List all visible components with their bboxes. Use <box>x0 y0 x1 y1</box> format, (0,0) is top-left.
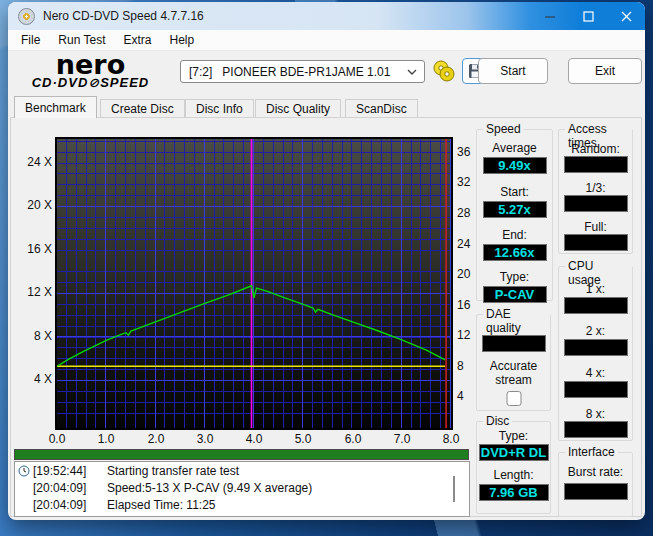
dae-quality-value <box>482 335 546 352</box>
y-axis-right-tick: 24 <box>457 237 481 251</box>
window-title: Nero CD-DVD Speed 4.7.7.16 <box>43 9 204 23</box>
burst-rate-value <box>564 483 628 500</box>
cpu-1x-value <box>564 297 628 314</box>
y-axis-right-tick: 36 <box>457 145 481 159</box>
tab-create-disc[interactable]: Create Disc <box>100 99 185 118</box>
log-scrollbar[interactable] <box>453 476 455 502</box>
chevron-down-icon <box>407 69 417 76</box>
cpu-usage-panel: CPU usage 1 x: 2 x: 4 x: 8 x: <box>558 266 633 441</box>
group-title: Speed <box>483 122 524 136</box>
type-label: Type: <box>477 270 552 284</box>
one-third-label: 1/3: <box>559 181 632 195</box>
x-axis-tick: 8.0 <box>437 432 465 446</box>
group-title: Interface <box>565 445 618 459</box>
tab-benchmark[interactable]: Benchmark <box>14 96 97 118</box>
log-row: [20:04:09] Elapsed Time: 11:25 <box>15 497 469 513</box>
full-label: Full: <box>559 220 632 234</box>
cpu-4x-value <box>564 381 628 398</box>
cpu-2x-label: 2 x: <box>559 324 632 338</box>
log-text: Elapsed Time: 11:25 <box>107 498 216 512</box>
log-list: [19:52:44] Starting transfer rate test [… <box>14 461 470 517</box>
app-window: Nero CD-DVD Speed 4.7.7.16 File Run Test… <box>8 2 645 520</box>
end-label: End: <box>477 228 552 242</box>
x-axis-tick: 1.0 <box>92 432 120 446</box>
clock-icon <box>18 465 31 477</box>
disc-info-button[interactable] <box>430 58 458 84</box>
menu-file[interactable]: File <box>12 31 49 49</box>
y-axis-left-tick: 24 X <box>18 155 52 169</box>
close-button[interactable] <box>607 2 645 30</box>
x-axis-tick: 0.0 <box>43 432 71 446</box>
x-axis-tick: 4.0 <box>240 432 268 446</box>
full-value <box>564 234 628 251</box>
nero-logo: nero CD·DVD⊘SPEED <box>18 54 163 90</box>
y-axis-right-tick: 32 <box>457 175 481 189</box>
tab-disc-info[interactable]: Disc Info <box>185 99 254 118</box>
menu-bar: File Run Test Extra Help <box>8 30 645 51</box>
access-times-panel: Access times Random: 1/3: Full: <box>558 129 633 254</box>
disc-type-label: Type: <box>477 429 550 443</box>
drive-select-value: [7:2] PIONEER BDE-PR1JAME 1.01 <box>189 65 390 79</box>
accurate-stream-label2: stream <box>477 373 550 387</box>
minimize-button[interactable] <box>531 2 569 30</box>
app-icon <box>18 8 35 25</box>
y-axis-left-tick: 4 X <box>18 372 52 386</box>
y-axis-left-tick: 16 X <box>18 242 52 256</box>
logo-disc-glyph: ⊘ <box>88 75 100 90</box>
transfer-rate-chart <box>55 137 453 430</box>
group-title: Disc <box>483 414 512 428</box>
drive-select[interactable]: [7:2] PIONEER BDE-PR1JAME 1.01 <box>180 60 425 83</box>
log-time: [20:04:09] <box>33 481 95 495</box>
tab-disc-quality[interactable]: Disc Quality <box>255 99 341 118</box>
menu-help[interactable]: Help <box>161 31 204 49</box>
disc-length-label: Length: <box>477 468 550 482</box>
start-label: Start: <box>477 185 552 199</box>
log-row: [19:52:44] Starting transfer rate test <box>15 463 469 479</box>
log-text: Starting transfer rate test <box>107 464 239 478</box>
burst-rate-label: Burst rate: <box>559 465 632 479</box>
y-axis-right-tick: 16 <box>457 298 481 312</box>
menu-run-test[interactable]: Run Test <box>49 31 114 49</box>
group-title: DAE quality <box>483 307 550 335</box>
type-value: P-CAV <box>483 286 547 303</box>
exit-button[interactable]: Exit <box>568 58 642 84</box>
x-axis-tick: 5.0 <box>289 432 317 446</box>
cpu-8x-value <box>564 421 628 438</box>
y-axis-right-tick: 12 <box>457 328 481 342</box>
tab-scandisc[interactable]: ScanDisc <box>345 99 418 118</box>
menu-extra[interactable]: Extra <box>114 31 160 49</box>
speed-panel: Speed Average 9.49x Start: 5.27x End: 12… <box>476 129 553 301</box>
average-value: 9.49x <box>483 157 547 174</box>
x-axis-tick: 3.0 <box>191 432 219 446</box>
start-button[interactable]: Start <box>478 58 548 84</box>
cpu-8x-label: 8 x: <box>559 407 632 421</box>
random-value <box>564 156 628 173</box>
x-axis-tick: 6.0 <box>339 432 367 446</box>
cpu-4x-label: 4 x: <box>559 366 632 380</box>
log-row: [20:04:09] Speed:5-13 X P-CAV (9.49 X av… <box>15 480 469 496</box>
interface-panel: Interface Burst rate: <box>558 452 633 517</box>
log-time: [19:52:44] <box>33 464 95 478</box>
title-bar: Nero CD-DVD Speed 4.7.7.16 <box>8 2 645 30</box>
disc-length-value: 7.96 GB <box>479 484 549 501</box>
random-label: Random: <box>559 142 632 156</box>
accurate-stream-checkbox[interactable] <box>506 391 521 406</box>
maximize-button[interactable] <box>569 2 607 30</box>
one-third-value <box>564 195 628 212</box>
y-axis-left-tick: 12 X <box>18 285 52 299</box>
log-text: Speed:5-13 X P-CAV (9.49 X average) <box>107 481 312 495</box>
discs-icon <box>432 59 456 83</box>
y-axis-right-tick: 28 <box>457 206 481 220</box>
y-axis-right-tick: 4 <box>457 389 481 403</box>
y-axis-right-tick: 20 <box>457 267 481 281</box>
accurate-stream-label: Accurate <box>477 359 550 373</box>
y-axis-left-tick: 20 X <box>18 198 52 212</box>
dae-quality-panel: DAE quality Accurate stream <box>476 314 551 411</box>
cpu-2x-value <box>564 339 628 356</box>
progress-bar <box>14 449 469 460</box>
disc-panel: Disc Type: DVD+R DL Length: 7.96 GB <box>476 421 551 514</box>
end-value: 12.66x <box>483 244 547 261</box>
start-value: 5.27x <box>483 201 547 218</box>
average-label: Average <box>477 141 552 155</box>
x-axis-tick: 2.0 <box>142 432 170 446</box>
